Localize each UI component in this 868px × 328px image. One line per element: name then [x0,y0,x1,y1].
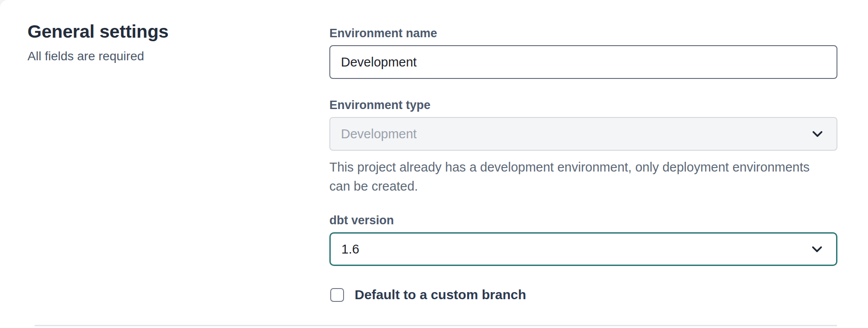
custom-branch-checkbox[interactable] [330,288,344,302]
spacer [329,79,837,98]
environment-type-value: Development [341,127,417,141]
custom-branch-label[interactable]: Default to a custom branch [355,287,526,302]
chevron-down-icon [810,126,825,141]
settings-card: General settings All fields are required… [0,0,868,328]
settings-intro: General settings All fields are required [27,21,276,63]
page-title: General settings [27,21,276,42]
chevron-down-icon [809,242,825,257]
environment-type-select[interactable]: Development [329,117,837,151]
page-subtitle: All fields are required [27,49,276,63]
environment-name-label: Environment name [329,27,837,40]
spacer [329,196,837,214]
dbt-version-label: dbt version [329,214,837,227]
environment-type-label: Environment type [329,98,837,112]
section-divider [35,325,837,326]
dbt-version-value: 1.6 [341,242,359,257]
dbt-version-select[interactable]: 1.6 [329,232,837,266]
environment-type-helper: This project already has a development e… [329,158,828,196]
custom-branch-row: Default to a custom branch [330,287,837,302]
general-settings-form: Environment name Environment type Develo… [329,27,837,302]
environment-name-input[interactable] [329,45,837,79]
